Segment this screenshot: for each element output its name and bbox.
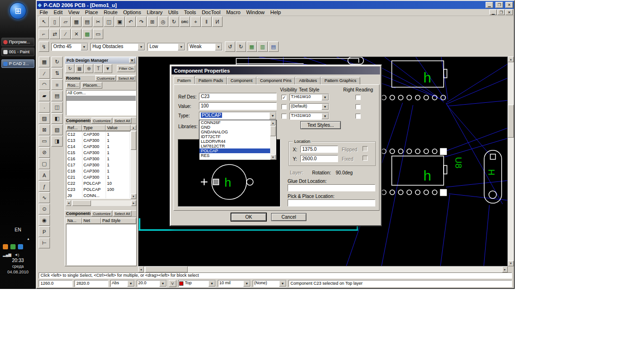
right-reading-checkbox[interactable]: [355, 104, 361, 109]
select-tool-button[interactable]: ↖: [39, 16, 49, 27]
rotate-tool[interactable]: ↻: [51, 57, 63, 67]
maximize-button[interactable]: ❐: [495, 2, 503, 8]
table-row[interactable]: C22 POLCAP 10: [66, 181, 130, 187]
coord-mode-select[interactable]: Abs▼: [110, 280, 135, 287]
scroll-down-icon[interactable]: ▼: [508, 261, 514, 266]
tray-app-icon[interactable]: [3, 244, 8, 249]
menu-item[interactable]: View: [66, 9, 83, 16]
placement-button[interactable]: Placem...: [82, 82, 102, 89]
filter-on-button[interactable]: Filter On: [117, 65, 135, 72]
menu-item[interactable]: DocTool: [199, 9, 223, 16]
dialog-tab[interactable]: Pattern Pads: [195, 77, 227, 85]
scrollbar-thumb[interactable]: [131, 131, 136, 150]
place-keepout-tool[interactable]: ⊘: [39, 147, 50, 158]
table-row[interactable]: C15 CAP300 1: [66, 150, 130, 156]
record-macro-button[interactable]: ‖: [201, 16, 212, 27]
rooms-button[interactable]: Roo...: [66, 82, 80, 89]
dm-zoom-button[interactable]: ⊕: [84, 64, 93, 73]
dropdown-scrollbar[interactable]: ▲ ▼: [270, 120, 276, 160]
language-indicator[interactable]: EN: [0, 227, 36, 232]
unroute-button[interactable]: ✕: [71, 29, 82, 39]
route-miter-button[interactable]: ∕: [60, 29, 71, 39]
mdi-close-button[interactable]: ✕: [505, 9, 513, 15]
taskbar-item-paint[interactable]: 001 - Paint: [1, 48, 34, 56]
new-button[interactable]: ▯: [50, 16, 60, 27]
scroll-right-icon[interactable]: ►: [502, 266, 508, 272]
scrollbar-thumb[interactable]: [145, 266, 188, 272]
rooms-select-all-button[interactable]: Select All: [117, 75, 135, 81]
measure-button[interactable]: +: [190, 16, 201, 27]
components-table[interactable]: C12 CAP300 1 C13 CAP300 1 C14 CAP300 1: [66, 131, 131, 199]
menu-item[interactable]: Place: [82, 9, 101, 16]
scroll-up-icon[interactable]: ▲: [270, 120, 276, 125]
rooms-list[interactable]: All Com...: [66, 90, 136, 115]
canvas-vscrollbar[interactable]: ▲ ▼: [508, 57, 514, 266]
table-row[interactable]: J9 CONN...: [66, 193, 130, 199]
snap-mode-button[interactable]: V: [169, 280, 176, 287]
table-row[interactable]: C14 CAP300 1: [66, 144, 130, 150]
paste-button[interactable]: ▣: [115, 16, 125, 27]
visibility-checkbox[interactable]: [281, 104, 287, 109]
place-field-tool[interactable]: ƒ: [39, 181, 50, 192]
menu-item[interactable]: Window: [243, 9, 267, 16]
place-room-tool[interactable]: ▢: [39, 158, 50, 169]
route-manual-button[interactable]: ⌐: [39, 29, 49, 39]
type-option[interactable]: RES: [199, 153, 270, 158]
route-interactive-button[interactable]: ⇄: [50, 29, 60, 39]
menu-item[interactable]: Macro: [223, 9, 244, 16]
y-field[interactable]: 2600.0: [300, 155, 338, 162]
mask-tool[interactable]: ▧: [51, 124, 63, 135]
table-row[interactable]: C23 POLCAP 100: [66, 187, 130, 193]
net-select[interactable]: (None)▼: [253, 280, 287, 287]
zoom-button[interactable]: ◎: [158, 16, 168, 27]
glue-dot-field[interactable]: [288, 184, 375, 191]
dm-dock-button[interactable]: ↻: [66, 64, 74, 73]
components-select-all-button[interactable]: Select All: [113, 118, 132, 123]
menu-item[interactable]: Library: [144, 9, 165, 16]
antivirus-icon[interactable]: [10, 244, 16, 249]
scroll-down-icon[interactable]: ▼: [270, 155, 276, 160]
table-row[interactable]: C13 CAP300 1: [66, 138, 130, 144]
pads-customize-button[interactable]: Customize: [91, 211, 112, 216]
text-style-select[interactable]: T:H31W10 ▼: [289, 113, 329, 120]
components-hscrollbar[interactable]: ◄ ►: [66, 200, 136, 206]
redo-button[interactable]: ↷: [136, 16, 147, 27]
netlist-button[interactable]: И: [212, 16, 223, 27]
scrollbar-thumb[interactable]: [508, 105, 514, 138]
pick-place-field[interactable]: [288, 199, 375, 206]
place-point-tool[interactable]: ∙: [39, 102, 50, 113]
dialog-tab[interactable]: Component Pins: [256, 77, 296, 85]
open-button[interactable]: ▱: [60, 16, 71, 27]
table-row[interactable]: C18 CAP300 1: [66, 168, 130, 174]
type-option[interactable]: LM7812CTR: [199, 144, 270, 148]
print-button[interactable]: ▤: [82, 16, 92, 27]
type-option[interactable]: GNDANALOG: [199, 130, 270, 134]
text-styles-button[interactable]: Text Styles...: [300, 121, 341, 129]
text-style-select[interactable]: (Default) ▼: [289, 103, 329, 110]
volume-icon[interactable]: ◄): [14, 253, 19, 257]
value-field[interactable]: 100: [199, 102, 277, 110]
autoroute-button[interactable]: ↯: [39, 41, 49, 52]
type-select[interactable]: POLCAP ▼: [199, 112, 277, 120]
place-part-tool[interactable]: ▦: [39, 57, 50, 67]
flip-tool[interactable]: ⇅: [51, 68, 63, 79]
show-hidden-icons[interactable]: ▴: [27, 237, 29, 241]
dm-mask-button[interactable]: ▼: [103, 64, 112, 73]
dialog-tab[interactable]: Pattern Graphics: [321, 77, 360, 85]
place-text-tool[interactable]: A: [39, 170, 50, 181]
scroll-down-icon[interactable]: ▼: [131, 194, 136, 199]
table-row[interactable]: C17 CAP300 1: [66, 162, 130, 168]
save-button[interactable]: ▦: [71, 16, 82, 27]
align-tool[interactable]: ≡: [51, 79, 63, 90]
place-plane-tool[interactable]: ▭: [39, 136, 50, 147]
route-quality-select[interactable]: Low▼: [148, 43, 185, 51]
rooms-customize-button[interactable]: Customize: [95, 75, 116, 81]
dialog-tab[interactable]: Component: [227, 77, 256, 85]
mdi-minimize-button[interactable]: ▁: [489, 9, 497, 15]
place-line-tool[interactable]: ∕: [39, 68, 50, 79]
undo-route-button[interactable]: ↺: [225, 41, 235, 52]
taskbar-item-pcad[interactable]: P CAD 2...: [1, 59, 34, 68]
scroll-up-icon[interactable]: ▲: [508, 57, 514, 62]
pattern-view-button[interactable]: ▥: [257, 41, 268, 52]
network-icon[interactable]: ▂▄▆: [3, 253, 11, 257]
